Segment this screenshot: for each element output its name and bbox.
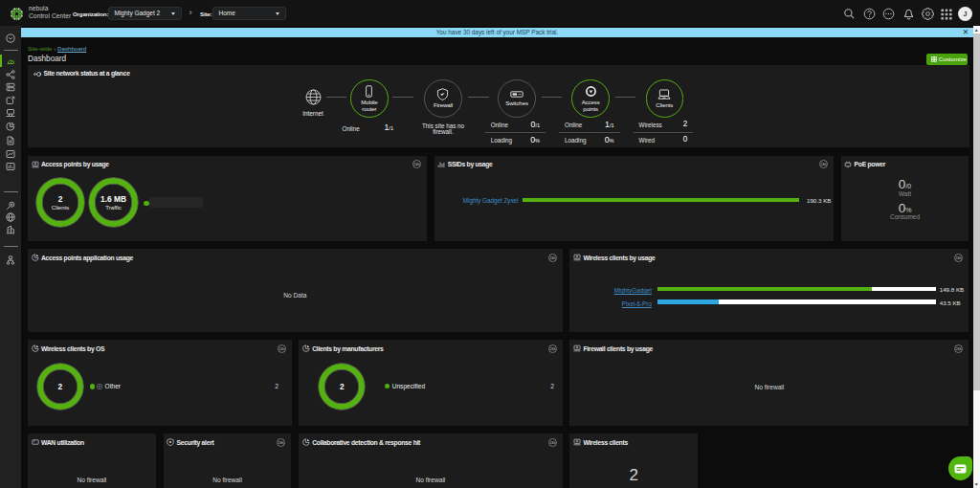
svg-text:24h: 24h [278,347,284,351]
svg-text:24h: 24h [413,163,419,166]
svg-text:24h: 24h [549,441,555,445]
svg-text:24h: 24h [820,163,826,166]
svg-text:24h: 24h [956,256,962,260]
svg-text:24h: 24h [549,347,555,351]
svg-text:24h: 24h [956,347,962,351]
svg-text:24h: 24h [278,441,284,445]
svg-text:24h: 24h [549,256,555,260]
